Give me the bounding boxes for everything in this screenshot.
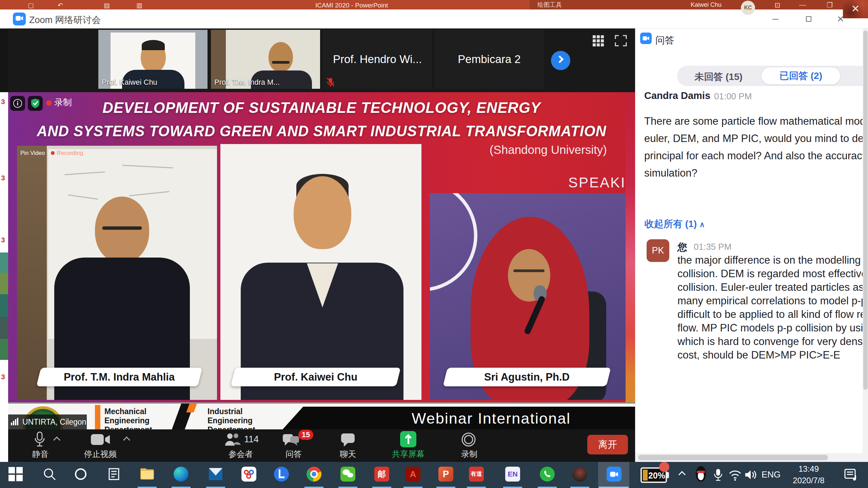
- mute-button[interactable]: 静音: [22, 449, 59, 460]
- drawing-tools-tab[interactable]: 绘图工具: [530, 0, 570, 9]
- horizontal-scrollbar-thumb[interactable]: [638, 455, 828, 460]
- qa-badge: 15: [298, 430, 313, 440]
- taskbar-app-whatsapp[interactable]: [540, 467, 555, 482]
- chat-icon[interactable]: [340, 433, 355, 447]
- tray-volume-icon[interactable]: [745, 469, 758, 481]
- footer-banner: Mechanical Engineering Departement Indus…: [8, 402, 635, 429]
- webinar-banner-text: Webinar International: [347, 410, 635, 427]
- participant-name-label: Prof. Hendro Wi...: [323, 30, 432, 89]
- stop-video-button[interactable]: 停止视频: [77, 449, 124, 460]
- qa-panel: 问答 未回答 (15) 已回答 (2) Candra Damis 01:00 P…: [635, 28, 868, 462]
- qa-button[interactable]: 问答: [273, 449, 314, 460]
- zoom-titlebar[interactable]: Zoom 网络研讨会 ✕: [8, 9, 868, 28]
- cortana-button[interactable]: [73, 467, 88, 482]
- screen: ▢ ↶ ▤ ▥ ICAMI 2020 - PowerPoint 绘图工具 Kai…: [0, 0, 868, 488]
- speaker-nameplate: Prof. Kaiwei Chu: [231, 368, 401, 386]
- mute-options-caret[interactable]: [53, 436, 60, 444]
- start-button[interactable]: [8, 467, 23, 482]
- account-avatar[interactable]: KC: [741, 1, 755, 15]
- pp-close-icon[interactable]: ✕: [843, 0, 868, 18]
- running-indicator: [138, 487, 157, 488]
- speaker-video-kaiwei: [220, 144, 421, 400]
- participant-tile-indra[interactable]: Prof. T.M. Indra M...: [211, 30, 320, 89]
- participants-button[interactable]: 参会者: [217, 449, 264, 460]
- vertical-scrollbar-thumb[interactable]: [863, 30, 868, 390]
- question-text-line: principal for each model? And also the a…: [644, 147, 868, 164]
- tab-unanswered[interactable]: 未回答 (15): [679, 70, 757, 82]
- speaker-nameplate: Sri Agustin, Ph.D: [443, 368, 611, 386]
- battery-level: 20%: [647, 471, 666, 481]
- qa-icon[interactable]: [282, 433, 300, 447]
- question-text-line: There are some particle flow mathematica…: [644, 113, 868, 130]
- language-indicator[interactable]: ENG: [762, 469, 781, 480]
- tray-network-icon[interactable]: [728, 469, 742, 481]
- slide-number: 3: [1, 236, 5, 244]
- participant-tile-hendro[interactable]: Prof. Hendro Wi...: [323, 30, 432, 89]
- next-participants-button[interactable]: [551, 51, 570, 70]
- search-button[interactable]: [42, 467, 57, 482]
- record-button[interactable]: 录制: [448, 449, 490, 460]
- collapse-all-link[interactable]: 收起所有 (1) ∧: [645, 218, 705, 230]
- pp-close-region[interactable]: ✕: [843, 0, 868, 18]
- speaker-nameplate: Prof. T.M. Indra Mahlia: [36, 368, 202, 386]
- answer-text-line: flow. MP PIC models p-p collision by usi…: [677, 321, 868, 335]
- presentation-title-line1: DEVELOPMENT OF SUSTAINABLE TECHNOLOGY, E…: [18, 99, 626, 117]
- participant-tile-kaiwei-chu[interactable]: Prof. Kaiwei Chu: [98, 30, 208, 89]
- gallery-view-icon[interactable]: [592, 35, 605, 46]
- account-name[interactable]: Kaiwei Chu: [691, 1, 722, 8]
- pp-restore-button[interactable]: ❐: [825, 1, 835, 9]
- taskbar-clock[interactable]: 13:49 2020/7/8: [788, 463, 829, 486]
- taskbar-app-clock[interactable]: [274, 467, 289, 482]
- participants-icon[interactable]: [224, 433, 241, 446]
- taskbar-app-zoom[interactable]: [607, 467, 622, 482]
- taskbar-app-chrome[interactable]: [307, 467, 321, 482]
- share-screen-icon[interactable]: [400, 431, 416, 447]
- save-icon[interactable]: ▢: [28, 1, 34, 9]
- taskbar-app-edge[interactable]: [174, 467, 189, 482]
- recording-dot: [51, 151, 55, 155]
- camera-icon[interactable]: [91, 433, 110, 446]
- glasses: [102, 226, 142, 230]
- tray-qq-icon[interactable]: [695, 466, 707, 483]
- answer-text-line: collision. DEM is regarded most effectiv…: [677, 267, 868, 281]
- video-options-caret[interactable]: [123, 436, 130, 444]
- taskbar-app-mail[interactable]: [208, 467, 223, 482]
- taskbar-app-powerpoint[interactable]: P: [438, 467, 453, 482]
- chat-button[interactable]: 聊天: [328, 449, 368, 460]
- tab-answered[interactable]: 已回答 (2): [762, 67, 840, 84]
- taskbar-app-avatar[interactable]: [572, 467, 587, 482]
- customize-qat-icon[interactable]: ▥: [136, 1, 142, 9]
- pane-dark-strip: [0, 28, 8, 92]
- answer-text-line: the major difference is on the modelling…: [677, 253, 868, 267]
- share-screen-button[interactable]: 共享屏幕: [384, 449, 432, 460]
- taskbar-app-adobe-reader[interactable]: A: [406, 467, 420, 482]
- slide-thumb-sliver: [0, 273, 8, 294]
- active-speaker-name: UNTIRTA, Cilegon: [22, 418, 86, 427]
- taskbar-app-rings[interactable]: [241, 467, 256, 482]
- signal-bars-icon: [11, 418, 20, 426]
- minimize-button[interactable]: [770, 14, 781, 24]
- tray-mic-icon[interactable]: [713, 467, 723, 482]
- action-center-button[interactable]: [844, 468, 857, 482]
- mic-icon[interactable]: [34, 431, 45, 447]
- record-icon[interactable]: [461, 432, 476, 447]
- taskbar-app-file-explorer[interactable]: [140, 467, 155, 482]
- task-view-button[interactable]: [106, 467, 121, 482]
- pp-minimize-button[interactable]: —: [797, 1, 808, 9]
- participant-tile-pembicara-2[interactable]: Pembicara 2: [435, 30, 544, 89]
- taskbar-app-mail-163[interactable]: 邮: [374, 467, 389, 482]
- zoom-app-icon: [13, 13, 26, 25]
- slideshow-icon[interactable]: ▤: [104, 1, 110, 9]
- fullscreen-icon[interactable]: [615, 35, 627, 46]
- ribbon-display-options-icon[interactable]: ⊡: [772, 1, 783, 9]
- tray-show-hidden-icons[interactable]: [678, 471, 686, 478]
- taskbar-app-youdao[interactable]: 有道: [469, 467, 484, 482]
- question-time: 01:00 PM: [714, 91, 752, 102]
- undo-icon[interactable]: ↶: [58, 1, 63, 9]
- taskbar-app-en[interactable]: EN: [505, 467, 520, 482]
- taskbar-app-wechat[interactable]: [340, 467, 355, 482]
- leave-button[interactable]: 离开: [587, 435, 628, 454]
- speaker-name: Prof. Kaiwei Chu: [274, 371, 357, 383]
- chevron-up-icon: ∧: [699, 220, 705, 229]
- maximize-button[interactable]: [804, 14, 814, 24]
